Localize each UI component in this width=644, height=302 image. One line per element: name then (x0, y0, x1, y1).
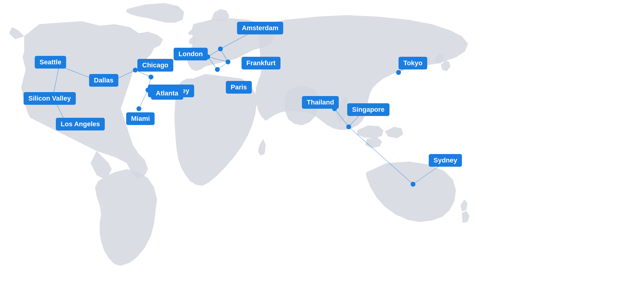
amsterdam-label[interactable]: Amsterdam (237, 22, 283, 34)
miami-label[interactable]: Miami (126, 112, 155, 125)
los-angeles-label[interactable]: Los Angeles (56, 118, 105, 130)
chicago-label[interactable]: Chicago (137, 59, 173, 72)
sydney-dot (411, 182, 415, 187)
tokyo-label[interactable]: Tokyo (399, 57, 427, 69)
sydney-label[interactable]: Sydney (429, 154, 462, 167)
tokyo-dot (396, 70, 401, 75)
chicago-dot (133, 68, 138, 72)
silicon-valley-label[interactable]: Silicon Valley (24, 92, 76, 105)
frankfurt-label[interactable]: Frankfurt (242, 57, 280, 69)
london-label[interactable]: London (174, 48, 208, 60)
singapore-dot (346, 124, 351, 129)
singapore-label[interactable]: Singapore (347, 103, 389, 116)
map-container: Seattle Silicon Valley Los Angeles Dalla… (0, 0, 644, 302)
paris-dot (215, 67, 220, 72)
paris-label[interactable]: Paris (226, 81, 252, 94)
seattle-label[interactable]: Seattle (35, 56, 66, 69)
frankfurt-dot (226, 59, 230, 64)
miami-dot (136, 106, 141, 111)
thailand-label[interactable]: Thailand (302, 96, 339, 109)
dallas-label[interactable]: Dallas (89, 74, 118, 87)
amsterdam-dot (218, 47, 223, 51)
new-jersey-dot (149, 75, 153, 79)
atlanta-label[interactable]: Atlanta (151, 87, 183, 100)
